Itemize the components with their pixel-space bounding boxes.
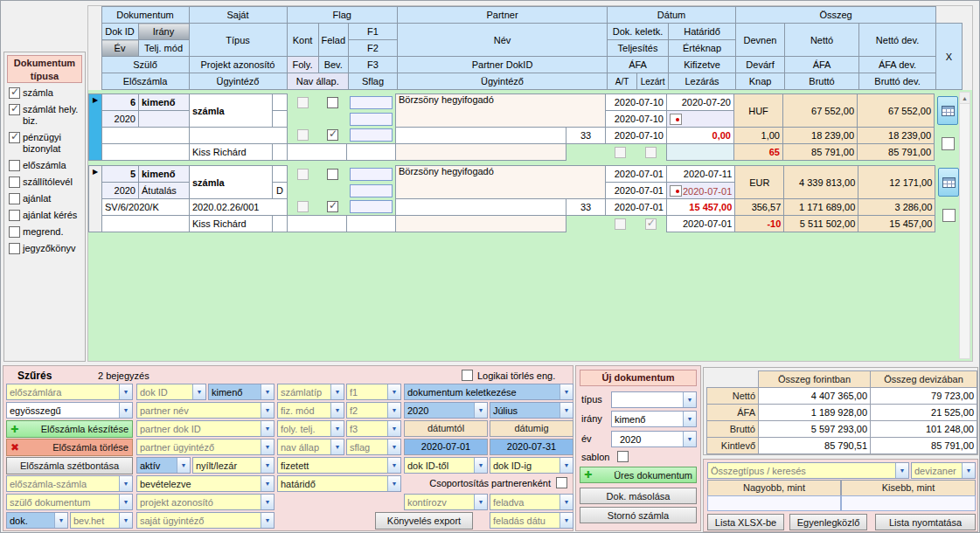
cell-erteknap[interactable]: 2020-07-01 <box>667 183 735 199</box>
col-netto-dev[interactable]: Nettó dev. <box>859 24 936 57</box>
dok-select[interactable]: dok.▼ <box>6 512 68 529</box>
vertical-scrollbar[interactable]: ▲ <box>959 92 970 359</box>
doc-type-item-ajanlat-keres[interactable]: ajánlat kérés <box>9 210 83 221</box>
cell-lezaras[interactable] <box>667 144 734 161</box>
col-f2[interactable]: F2 <box>349 40 398 57</box>
col-projekt[interactable]: Projekt azonosító <box>189 57 287 73</box>
detail-button[interactable] <box>937 96 958 125</box>
close-button[interactable]: X <box>936 24 963 90</box>
lezart-checkbox[interactable] <box>645 218 657 230</box>
col-brutto-dev[interactable]: Bruttó dev. <box>859 73 936 90</box>
col-nav-allap[interactable]: Nav állap. <box>287 73 349 90</box>
partner-ugyintezo-select[interactable]: partner ügyintéző▼ <box>136 439 275 455</box>
cell-kifizetve[interactable]: 0,00 <box>667 128 734 144</box>
feladas-datum-select[interactable]: feladás dátu▼ <box>490 512 573 529</box>
col-lezart[interactable]: Lezárt <box>637 73 669 90</box>
cell-afa[interactable]: 1 171 689,00 <box>784 199 858 216</box>
cell-irany[interactable]: kimenő <box>139 166 190 183</box>
cell-hatarido[interactable]: 2020-07-11 <box>667 166 735 183</box>
osszegtipus-select[interactable]: Összegtípus / keresés▼ <box>707 462 909 479</box>
cell-devarf[interactable]: 1,00 <box>734 128 783 144</box>
cell-tipus-flag[interactable]: D <box>273 183 288 199</box>
cell-lezaras[interactable]: 2020-07-01 <box>667 216 735 232</box>
foly-checkbox[interactable] <box>297 201 309 212</box>
row-checkbox[interactable] <box>942 137 955 150</box>
col-group-flag[interactable]: Flag <box>287 7 398 24</box>
col-partner-dokid[interactable]: Partner DokID <box>398 57 608 73</box>
f3-input[interactable] <box>350 200 393 213</box>
doc-type-checkbox[interactable] <box>9 226 20 238</box>
kontirozva-select[interactable]: kontírozv▼ <box>404 494 488 510</box>
col-at[interactable]: A/T <box>608 73 637 90</box>
doc-type-checkbox[interactable] <box>9 210 20 221</box>
row-selector[interactable]: ▶ <box>89 166 102 232</box>
col-erteknap[interactable]: Értéknap <box>669 40 736 57</box>
cell-devnem[interactable]: EUR <box>735 166 784 199</box>
egyosszegu-select[interactable]: egyösszegű▼ <box>6 402 133 419</box>
col-kifizetve[interactable]: Kifizetve <box>669 57 736 73</box>
cell-telj-mod[interactable] <box>139 111 190 128</box>
bev-checkbox[interactable] <box>327 201 338 212</box>
f2-select[interactable]: f2▼ <box>346 402 401 419</box>
col-knap[interactable]: Knap <box>736 73 785 90</box>
col-eloszamla[interactable]: Előszámla <box>101 73 189 90</box>
c ell-dok-keletk[interactable]: 2020-07-01 <box>606 166 667 183</box>
bev-checkbox[interactable] <box>327 129 338 141</box>
col-ugyintezo[interactable]: Ügyintéző <box>189 73 287 90</box>
col-group-dokumentum[interactable]: Dokumentum <box>101 7 189 24</box>
cell-partner-dokid[interactable]: 33 <box>566 199 606 216</box>
cell-partner-ugyintezo[interactable] <box>396 144 566 161</box>
felad-checkbox[interactable] <box>327 97 338 108</box>
cell-ugyintezo[interactable]: Kiss Richárd <box>190 216 273 232</box>
cell-ev[interactable]: 2020 <box>102 183 139 199</box>
kont-checkbox[interactable] <box>297 97 309 108</box>
cell-devnem[interactable]: HUF <box>734 94 783 128</box>
storno-szamla-button[interactable]: Stornó számla <box>580 507 697 523</box>
col-afa[interactable]: ÁFA <box>785 57 859 73</box>
fizetett-select[interactable]: fizetett▼ <box>277 457 401 474</box>
greater-than-input[interactable] <box>707 495 841 511</box>
cell-dok-id[interactable]: 5 <box>102 166 139 183</box>
cell-brutto-dev[interactable]: 85 791,00 <box>858 144 935 161</box>
col-hatarido[interactable]: Határidő <box>669 24 736 40</box>
calendar-icon[interactable] <box>670 185 682 197</box>
cell-projekt[interactable]: 2020.02.26/001 <box>190 199 288 216</box>
cell-afa-datum[interactable]: 2020-07-01 <box>606 199 667 216</box>
col-teljesites[interactable]: Teljesítés <box>608 40 669 57</box>
col-kont[interactable]: Kont <box>287 24 318 57</box>
col-bev[interactable]: Bev. <box>318 57 349 73</box>
felad-checkbox[interactable] <box>327 169 338 180</box>
sflag-select[interactable]: sflag▼ <box>346 439 401 455</box>
f3-input[interactable] <box>350 128 393 142</box>
col-dok-id[interactable]: Dok ID <box>101 24 138 40</box>
detail-button[interactable] <box>938 168 959 197</box>
doc-type-item-szallitolevel[interactable]: szállítólevél <box>9 177 83 188</box>
cell-afa-dev[interactable]: 3 286,00 <box>858 199 935 216</box>
cell-tipus[interactable]: számla <box>190 94 273 128</box>
col-dok-keletk[interactable]: Dok. keletk. <box>608 24 669 40</box>
new-doc-ev-select[interactable]: 2020▼ <box>611 431 697 447</box>
szamlatipus-select[interactable]: számlatíp▼ <box>277 384 344 400</box>
cell-partner-nev[interactable]: Börzsöny hegyifogadó <box>396 166 606 199</box>
cell-netto[interactable]: 4 339 813,00 <box>784 166 858 199</box>
row-checkbox[interactable] <box>942 209 956 222</box>
f2-input[interactable] <box>350 113 393 126</box>
col-f1[interactable]: F1 <box>349 24 398 40</box>
egyenlegkozlo-button[interactable]: Egyenlegközlő <box>789 514 867 530</box>
col-telj-mod[interactable]: Telj. mód <box>138 40 189 57</box>
col-felad[interactable]: Felad <box>318 24 349 57</box>
cell-irany[interactable]: kimenő <box>139 94 190 111</box>
doc-type-checkbox[interactable] <box>9 243 20 254</box>
bevetelezve-select[interactable]: bevételezve▼ <box>136 475 275 492</box>
cell-tipus-flag[interactable] <box>273 111 288 128</box>
new-doc-tipus-select[interactable]: ▼ <box>611 391 697 408</box>
cell-partner-ugyintezo[interactable] <box>396 216 566 232</box>
doc-type-checkbox[interactable] <box>9 160 20 171</box>
partner-dok-id-select[interactable]: partner dok ID▼ <box>136 420 275 437</box>
col-partner-ugyintezo[interactable]: Ügyintéző <box>398 73 608 90</box>
col-netto[interactable]: Nettó <box>785 24 859 57</box>
dok-id-tol-select[interactable]: dok ID-től▼ <box>404 457 488 474</box>
col-brutto[interactable]: Bruttó <box>785 73 859 90</box>
cell-afa[interactable]: 18 239,00 <box>783 128 858 144</box>
date-from-value[interactable]: 2020-07-01 <box>404 439 488 455</box>
